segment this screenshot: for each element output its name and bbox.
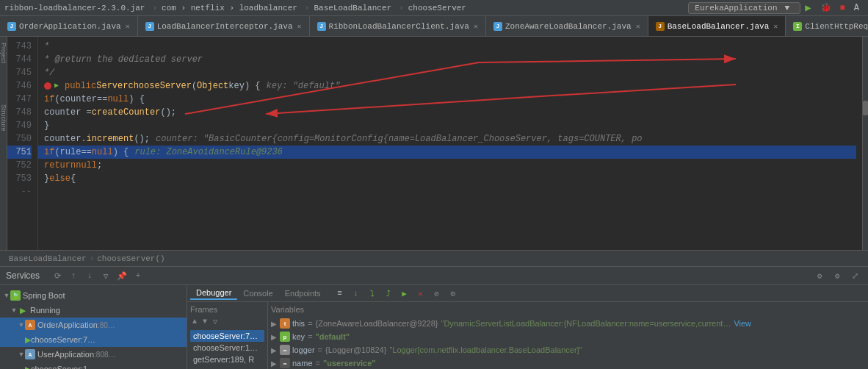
code-line-753: } else { xyxy=(44,172,856,185)
var-eq-logger: = xyxy=(318,345,322,354)
breadcrumb-class: BaseLoadBalancer xyxy=(9,254,87,263)
dropdown-arrow: ▼ xyxy=(785,4,790,12)
tab-close-order[interactable]: ✕ xyxy=(126,22,130,31)
variables-panel: Variables ▶ t this = {ZoneAwareLoadBalan… xyxy=(268,302,868,369)
run-icon[interactable]: ▶ xyxy=(805,1,811,14)
spring-boot-label: Spring Boot xyxy=(23,291,65,300)
var-row-name[interactable]: ▶ ∞ name = "userservice" xyxy=(271,357,865,369)
var-value-this: "DynamicServerListLoadBalancer:{NFLoadBa… xyxy=(441,319,731,328)
refresh-icon[interactable]: ⟳ xyxy=(51,270,63,282)
var-link-this[interactable]: View xyxy=(734,319,751,328)
frame-up-btn[interactable]: ▲ xyxy=(190,317,199,327)
debug-tabs: Debugger Console Endpoints ≡ ↓ ⤵ ⤴ ▶ ✕ ⊘… xyxy=(187,285,868,302)
tab-loadbalancer-interceptor[interactable]: J LoadBalancerInterceptor.java ✕ xyxy=(138,16,310,37)
tab-label-zone: ZoneAwareLoadBalancer.java xyxy=(505,22,632,31)
tab-zone-aware[interactable]: J ZoneAwareLoadBalancer.java ✕ xyxy=(486,16,648,37)
tab-label-client: ClientHttpRequ… xyxy=(805,22,868,31)
frame-down-btn[interactable]: ▼ xyxy=(200,317,209,327)
tab-base-loadbalancer[interactable]: J BaseLoadBalancer.java ✕ xyxy=(648,16,786,37)
tab-console[interactable]: Console xyxy=(237,287,278,299)
var-eq-key: = xyxy=(308,332,312,341)
run-config-dropdown[interactable]: EurekaApplication ▼ xyxy=(688,2,800,14)
var-row-logger[interactable]: ▶ ∞ logger = {Logger@10824} "Logger[com.… xyxy=(271,343,865,357)
tab-ribbon-client[interactable]: J RibbonLoadBalancerClient.java ✕ xyxy=(310,16,486,37)
line-num-dash1: -- xyxy=(7,185,32,198)
code-line-751: if (rule == null ) { rule: ZoneAvoidance… xyxy=(38,146,856,159)
tree-item-spring-boot[interactable]: ▼ 🍃 Spring Boot xyxy=(0,288,187,303)
tree-item-choose-server-2[interactable]: ▶ chooseServer:1… xyxy=(0,362,187,369)
debug-icon[interactable]: 🐞 xyxy=(820,2,831,13)
line-num-748: 748 xyxy=(7,106,32,119)
tab-close-zone[interactable]: ✕ xyxy=(636,22,640,31)
step-into-icon[interactable]: ⤵ xyxy=(366,287,378,299)
frame-item-choose-server-2[interactable]: chooseServer:1… xyxy=(190,342,264,354)
line-num-747: 747 xyxy=(7,93,32,106)
expand-icon[interactable]: ⤢ xyxy=(849,270,861,282)
services-tree: ▼ 🍃 Spring Boot ▼ ▶ Running ▼ A OrderApp… xyxy=(0,285,187,369)
tab-icon-client: I xyxy=(793,22,802,31)
line-num-750: 750 xyxy=(7,132,32,146)
debug-area: Debugger Console Endpoints ≡ ↓ ⤵ ⤴ ▶ ✕ ⊘… xyxy=(187,285,868,369)
choose-server-2-label: ▶ xyxy=(25,365,31,370)
frame-item-choose-server[interactable]: chooseServer:7… xyxy=(190,330,264,342)
var-value-key: "default" xyxy=(316,332,350,341)
var-row-key[interactable]: ▶ p key = "default" xyxy=(271,330,865,343)
services-panel: Services ⟳ ↑ ↓ ▽ 📌 + ⚙ ⚙ ⤢ ▼ 🍃 Spring Bo… xyxy=(0,266,868,369)
var-icon-this: t xyxy=(280,318,290,329)
tab-endpoints[interactable]: Endpoints xyxy=(279,287,327,299)
var-eq-name: = xyxy=(316,359,320,368)
frames-panel: Frames ▲ ▼ ▽ chooseServer:7… chooseServe… xyxy=(187,302,268,369)
var-arrow-this: ▶ xyxy=(271,320,277,328)
var-name-key: key xyxy=(292,332,305,341)
code-area[interactable]: * * @return the dedicated server */ ▶ pu… xyxy=(38,37,862,250)
frame-filter-btn[interactable]: ▽ xyxy=(211,317,220,327)
filter-icon[interactable]: ▽ xyxy=(100,270,112,282)
tab-close-ribbon[interactable]: ✕ xyxy=(474,22,478,31)
frame-item-get-server[interactable]: getServer:189, R xyxy=(190,354,264,365)
tab-client-http[interactable]: I ClientHttpRequ… ✕ xyxy=(786,16,868,37)
tab-close-base[interactable]: ✕ xyxy=(773,22,778,31)
variables-title: Variables xyxy=(271,305,865,314)
scrollbar-vertical[interactable] xyxy=(862,37,868,250)
side-panel: Project Structure xyxy=(0,37,7,250)
code-line-748: counter = createCounter (); xyxy=(44,106,856,119)
frames-icon[interactable]: ≡ xyxy=(334,287,346,299)
tree-item-order-app[interactable]: ▼ A OrderApplication :80… xyxy=(0,318,187,332)
settings2-icon[interactable]: ⚙ xyxy=(447,287,459,299)
sort-down-icon[interactable]: ↓ xyxy=(84,270,95,282)
tab-label-base: BaseLoadBalancer.java xyxy=(668,22,770,31)
breadcrumb-sep: › xyxy=(90,254,95,263)
pin-icon[interactable]: 📌 xyxy=(116,270,128,282)
user-app-icon: A xyxy=(25,349,35,359)
tab-debugger[interactable]: Debugger xyxy=(190,287,237,300)
var-row-this[interactable]: ▶ t this = {ZoneAwareLoadBalancer@9228} … xyxy=(271,317,865,330)
top-bar: ribbon-loadbalancer-2.3.0.jar › com › ne… xyxy=(0,0,868,16)
tree-item-choose-server-1[interactable]: ▶ chooseServer:7… xyxy=(0,332,187,347)
order-app-icon: A xyxy=(25,320,35,330)
resume-icon[interactable]: ▶ xyxy=(399,287,411,299)
breadcrumb-method: chooseServer() xyxy=(97,254,164,263)
tab-order-application[interactable]: J OrderApplication.java ✕ xyxy=(0,16,138,37)
tree-item-running[interactable]: ▼ ▶ Running xyxy=(0,303,187,318)
code-line-747: if (counter == null ) { xyxy=(44,93,856,106)
running-label: Running xyxy=(30,306,60,315)
step-over-icon[interactable]: ↓ xyxy=(350,287,362,299)
structure-label: Structure xyxy=(0,98,7,137)
code-line-746: ▶ public Server chooseServer ( Object ke… xyxy=(44,79,856,93)
stop-icon[interactable]: ■ xyxy=(840,3,845,13)
sep3: › xyxy=(399,4,404,12)
tree-item-user-app[interactable]: ▼ A UserApplication :808… xyxy=(0,347,187,362)
settings-icon[interactable]: ⚙ xyxy=(814,270,825,282)
sep2: › xyxy=(305,4,310,12)
expand-arrow-order: ▼ xyxy=(18,321,25,329)
tab-close-interceptor[interactable]: ✕ xyxy=(297,22,302,31)
stop-debug-icon[interactable]: ✕ xyxy=(415,287,427,299)
translate-icon[interactable]: A xyxy=(854,3,859,13)
var-name-logger: logger xyxy=(292,345,315,354)
expand-arrow-spring: ▼ xyxy=(3,292,10,299)
gear-icon[interactable]: ⚙ xyxy=(831,270,843,282)
add-icon[interactable]: + xyxy=(132,270,144,282)
sort-up-icon[interactable]: ↑ xyxy=(68,270,79,282)
step-out-icon[interactable]: ⤴ xyxy=(383,287,394,299)
mute-icon[interactable]: ⊘ xyxy=(431,287,443,299)
